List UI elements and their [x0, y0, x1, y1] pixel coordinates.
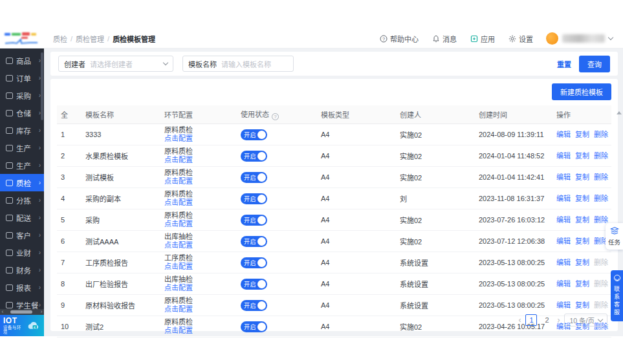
cell-template-name: 测试AAAA — [82, 231, 160, 252]
cell-index: 1 — [57, 124, 82, 145]
copy-link[interactable]: 复制 — [575, 259, 589, 266]
page-button-1[interactable]: 1 — [525, 314, 537, 326]
delete-link[interactable]: 删除 — [594, 195, 608, 202]
sidebar-item-production-2[interactable]: 生产 › — [0, 156, 44, 174]
configure-link[interactable]: 点击配置 — [164, 156, 193, 164]
configure-link[interactable]: 点击配置 — [164, 220, 193, 228]
status-toggle[interactable]: 开启 — [241, 257, 267, 268]
configure-link[interactable]: 点击配置 — [164, 177, 193, 185]
stage-label: 工序质检 — [164, 254, 233, 262]
cell-status: 开启 — [237, 188, 317, 209]
iot-banner[interactable]: IOT 设备与环境 — [0, 315, 44, 336]
cell-actions: 编辑复制删除 — [552, 252, 611, 273]
sidebar-scrollbar[interactable] — [41, 52, 43, 120]
reports-icon — [6, 284, 13, 291]
creator-select[interactable]: 创建者 请选择创建者 — [58, 56, 173, 72]
copy-link[interactable]: 复制 — [575, 131, 589, 138]
sidebar-item-sorting[interactable]: 分拣 › — [0, 191, 44, 209]
status-help-icon[interactable]: ? — [272, 113, 279, 120]
configure-link[interactable]: 点击配置 — [164, 284, 193, 292]
sidebar-item-finance[interactable]: 财务 › — [0, 261, 44, 279]
edit-link[interactable]: 编辑 — [556, 301, 571, 309]
delete-link[interactable]: 删除 — [594, 173, 608, 181]
edit-link[interactable]: 编辑 — [556, 237, 571, 245]
cell-index: 4 — [57, 188, 82, 209]
apps-button[interactable]: 应用 — [470, 34, 495, 44]
main-content: 创建者 请选择创建者 模板名称 请输入模板名称 重置 查询 新建质检模板 全 模… — [44, 48, 623, 336]
page-button-2[interactable]: 2 — [541, 314, 552, 326]
delete-link[interactable]: 删除 — [594, 216, 608, 224]
stage-label: 原料质检 — [164, 297, 233, 305]
configure-link[interactable]: 点击配置 — [164, 198, 193, 206]
cell-index: 2 — [57, 145, 82, 167]
copy-link[interactable]: 复制 — [575, 195, 589, 202]
edit-link[interactable]: 编辑 — [556, 195, 571, 202]
delete-link[interactable]: 删除 — [594, 152, 608, 160]
configure-link[interactable]: 点击配置 — [164, 305, 193, 313]
sidebar-item-goods[interactable]: 商品 › — [0, 52, 44, 69]
apps-grid-icon — [470, 34, 478, 43]
status-toggle[interactable]: 开启 — [241, 300, 267, 311]
chevron-right-icon: › — [39, 250, 41, 256]
breadcrumb-item[interactable]: 质检管理 — [76, 34, 104, 44]
reset-button[interactable]: 重置 — [557, 59, 571, 69]
sidebar-item-quality[interactable]: 质检 › — [0, 174, 44, 191]
configure-link[interactable]: 点击配置 — [164, 241, 193, 249]
status-toggle[interactable]: 开启 — [241, 279, 267, 290]
configure-link[interactable]: 点击配置 — [164, 134, 193, 142]
copy-link[interactable]: 复制 — [575, 301, 589, 309]
edit-link[interactable]: 编辑 — [556, 259, 571, 266]
task-widget[interactable]: 任务 — [606, 223, 623, 250]
copy-link[interactable]: 复制 — [575, 280, 589, 288]
edit-link[interactable]: 编辑 — [556, 280, 571, 288]
messages-button[interactable]: 消息 — [432, 34, 457, 44]
scroll-up-icon[interactable] — [617, 111, 622, 114]
settings-button[interactable]: 设置 — [508, 34, 533, 44]
status-toggle[interactable]: 开启 — [241, 193, 267, 204]
next-page-icon[interactable]: › — [557, 316, 560, 324]
help-center-button[interactable]: ? 帮助中心 — [379, 34, 419, 44]
app-logo[interactable] — [0, 29, 44, 48]
sidebar-item-reports[interactable]: 报表 › — [0, 279, 44, 296]
edit-link[interactable]: 编辑 — [556, 173, 571, 181]
sidebar-item-production-1[interactable]: 生产 › — [0, 139, 44, 156]
contact-service-button[interactable]: 联系客服 — [611, 270, 623, 321]
sidebar-item-inventory[interactable]: 库存 › — [0, 122, 44, 139]
template-name-input[interactable]: 模板名称 请输入模板名称 — [182, 56, 294, 72]
edit-link[interactable]: 编辑 — [556, 152, 571, 160]
configure-link[interactable]: 点击配置 — [164, 327, 193, 334]
horizontal-scrollbar[interactable]: ‹ › — [0, 309, 44, 315]
delete-link[interactable]: 删除 — [594, 131, 608, 138]
prev-page-icon[interactable]: ‹ — [518, 316, 521, 324]
scroll-right-icon[interactable]: › — [39, 309, 44, 315]
sidebar-item-customers[interactable]: 客户 › — [0, 226, 44, 244]
copy-link[interactable]: 复制 — [575, 152, 589, 160]
configure-link[interactable]: 点击配置 — [164, 262, 193, 270]
scroll-left-icon[interactable]: ‹ — [0, 309, 5, 315]
sidebar-item-business-finance[interactable]: 业财 › — [0, 244, 44, 261]
status-toggle[interactable]: 开启 — [241, 215, 267, 226]
page-size-select[interactable]: 10 条/页 — [564, 314, 607, 327]
scrollbar-thumb[interactable] — [10, 310, 32, 314]
status-toggle[interactable]: 开启 — [241, 129, 267, 140]
status-toggle[interactable]: 开启 — [241, 321, 267, 332]
copy-link[interactable]: 复制 — [575, 216, 589, 224]
col-actions: 操作 — [552, 105, 611, 124]
copy-link[interactable]: 复制 — [575, 237, 589, 245]
chevron-right-icon: › — [39, 145, 41, 151]
status-toggle[interactable]: 开启 — [241, 172, 267, 183]
search-button[interactable]: 查询 — [579, 56, 610, 72]
edit-link[interactable]: 编辑 — [556, 216, 571, 224]
status-toggle[interactable]: 开启 — [241, 151, 267, 162]
sidebar-item-student-meal[interactable]: 学生餐 › — [0, 296, 44, 309]
new-template-button[interactable]: 新建质检模板 — [552, 83, 611, 100]
sidebar-item-purchase[interactable]: 采购 › — [0, 87, 44, 104]
sidebar-item-warehouse[interactable]: 仓储 › — [0, 104, 44, 122]
sidebar-item-delivery[interactable]: 配送 › — [0, 209, 44, 226]
sidebar-item-orders[interactable]: 订单 › — [0, 69, 44, 87]
user-menu[interactable] — [546, 32, 613, 45]
status-toggle[interactable]: 开启 — [241, 236, 267, 247]
breadcrumb-item[interactable]: 质检 — [53, 34, 67, 44]
edit-link[interactable]: 编辑 — [556, 131, 571, 138]
copy-link[interactable]: 复制 — [575, 173, 589, 181]
